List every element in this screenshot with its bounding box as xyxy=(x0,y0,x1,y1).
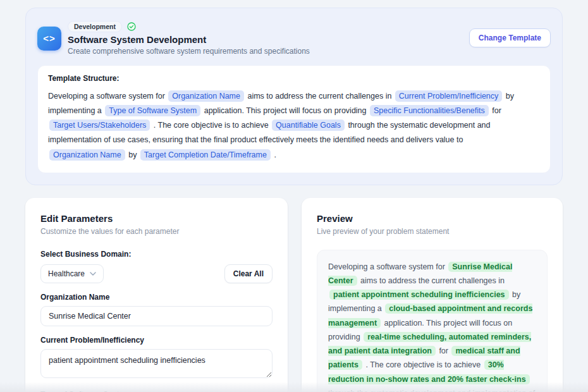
template-placeholder-chip: Quantifiable Goals xyxy=(272,119,345,131)
business-domain-value: Healthcare xyxy=(48,269,85,278)
edit-parameters-title: Edit Parameters xyxy=(40,213,273,224)
template-placeholder-chip: Organization Name xyxy=(168,90,244,102)
template-placeholder-chip: Target Users/Stakeholders xyxy=(49,119,150,131)
preview-value-chip: cloud-based appointment and records mana… xyxy=(328,303,532,328)
preview-value-chip: patient appointment scheduling inefficie… xyxy=(329,290,509,300)
business-domain-label: Select Business Domain: xyxy=(40,250,273,259)
edit-parameters-card: Edit Parameters Customize the values for… xyxy=(25,198,288,392)
content-columns: Edit Parameters Customize the values for… xyxy=(25,198,563,392)
clear-all-button[interactable]: Clear All xyxy=(224,264,273,283)
template-meta: Development Software System Development … xyxy=(68,21,310,56)
field-label: Current Problem/Inefficiency xyxy=(40,336,273,345)
organization-name-input[interactable] xyxy=(40,306,273,326)
template-structure-label: Template Structure: xyxy=(48,74,540,83)
field-label: Organization Name xyxy=(40,293,273,302)
preview-value-chip: Sunrise Medical Center xyxy=(328,262,512,286)
badge-row: Development xyxy=(68,21,310,32)
template-placeholder-chip: Specific Functionalities/Benefits xyxy=(370,105,489,116)
preview-subtitle: Live preview of your problem statement xyxy=(317,227,548,236)
change-template-button[interactable]: Change Template xyxy=(469,28,551,47)
field-organization-name: Organization Name xyxy=(40,293,273,326)
category-badge: Development xyxy=(68,21,122,32)
chevron-down-icon xyxy=(90,272,96,276)
template-placeholder-chip: Type of Software System xyxy=(105,105,200,116)
page: <> Development Software System Developme… xyxy=(0,0,588,392)
template-placeholder-chip: Organization Name xyxy=(49,149,125,161)
preview-title: Preview xyxy=(317,213,548,224)
field-current-problem: Current Problem/Inefficiency patient app… xyxy=(40,336,273,381)
preview-card: Preview Live preview of your problem sta… xyxy=(302,198,563,392)
check-circle-icon xyxy=(127,22,136,31)
template-structure-card: Template Structure: Developing a softwar… xyxy=(37,65,551,173)
preview-statement: Developing a software system for Sunrise… xyxy=(317,250,548,392)
edit-parameters-subtitle: Customize the values for each parameter xyxy=(40,227,273,236)
code-icon: <> xyxy=(37,27,61,51)
template-placeholder-chip: Target Completion Date/Timeframe xyxy=(140,149,271,161)
template-header-card: <> Development Software System Developme… xyxy=(25,8,563,185)
template-structure-text: Developing a software system for Organiz… xyxy=(48,89,540,162)
template-placeholder-chip: Current Problem/Inefficiency xyxy=(395,90,502,102)
page-subtitle: Create comprehensive software system req… xyxy=(68,47,310,56)
current-problem-textarea[interactable]: patient appointment scheduling inefficie… xyxy=(40,349,273,378)
field-label: Type of Software System xyxy=(40,390,273,392)
domain-row: Healthcare Clear All xyxy=(40,264,273,283)
page-title: Software System Development xyxy=(68,34,310,45)
field-software-type: Type of Software System cloud-based appo… xyxy=(40,390,273,392)
business-domain-select[interactable]: Healthcare xyxy=(40,264,104,283)
